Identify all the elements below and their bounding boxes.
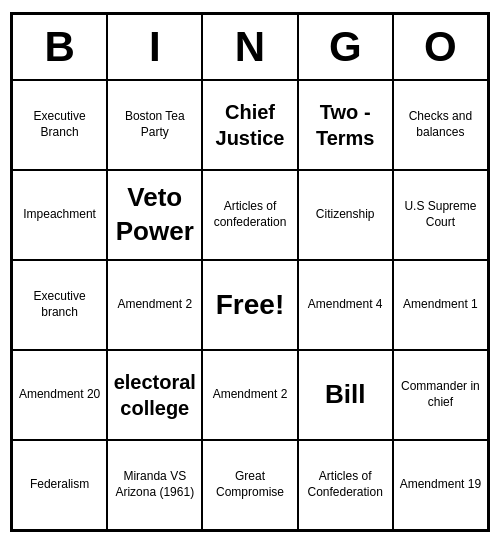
bingo-cell-21[interactable]: Miranda VS Arizona (1961) (107, 440, 202, 530)
cell-text-24: Amendment 19 (400, 477, 481, 493)
cell-text-21: Miranda VS Arizona (1961) (112, 469, 197, 500)
cell-text-17: Amendment 2 (213, 387, 288, 403)
cell-text-11: Amendment 2 (117, 297, 192, 313)
bingo-cell-17[interactable]: Amendment 2 (202, 350, 297, 440)
cell-text-18: Bill (325, 378, 365, 412)
bingo-cell-5[interactable]: Impeachment (12, 170, 107, 260)
bingo-cell-15[interactable]: Amendment 20 (12, 350, 107, 440)
bingo-cell-3[interactable]: Two - Terms (298, 80, 393, 170)
bingo-header: BINGO (12, 14, 488, 80)
bingo-cell-10[interactable]: Executive branch (12, 260, 107, 350)
bingo-cell-24[interactable]: Amendment 19 (393, 440, 488, 530)
cell-text-3: Two - Terms (303, 99, 388, 151)
header-letter-i: I (107, 14, 202, 80)
bingo-cell-0[interactable]: Executive Branch (12, 80, 107, 170)
cell-text-5: Impeachment (23, 207, 96, 223)
bingo-cell-9[interactable]: U.S Supreme Court (393, 170, 488, 260)
cell-text-4: Checks and balances (398, 109, 483, 140)
bingo-cell-2[interactable]: Chief Justice (202, 80, 297, 170)
bingo-cell-18[interactable]: Bill (298, 350, 393, 440)
header-letter-g: G (298, 14, 393, 80)
cell-text-15: Amendment 20 (19, 387, 100, 403)
bingo-cell-1[interactable]: Boston Tea Party (107, 80, 202, 170)
cell-text-6: Veto Power (112, 181, 197, 249)
cell-text-9: U.S Supreme Court (398, 199, 483, 230)
cell-text-13: Amendment 4 (308, 297, 383, 313)
header-letter-o: O (393, 14, 488, 80)
bingo-cell-7[interactable]: Articles of confederation (202, 170, 297, 260)
header-letter-n: N (202, 14, 297, 80)
cell-text-12: Free! (216, 287, 284, 323)
bingo-cell-20[interactable]: Federalism (12, 440, 107, 530)
cell-text-19: Commander in chief (398, 379, 483, 410)
bingo-cell-22[interactable]: Great Compromise (202, 440, 297, 530)
bingo-cell-23[interactable]: Articles of Confederation (298, 440, 393, 530)
cell-text-2: Chief Justice (207, 99, 292, 151)
bingo-cell-4[interactable]: Checks and balances (393, 80, 488, 170)
bingo-cell-13[interactable]: Amendment 4 (298, 260, 393, 350)
bingo-cell-8[interactable]: Citizenship (298, 170, 393, 260)
bingo-cell-6[interactable]: Veto Power (107, 170, 202, 260)
header-letter-b: B (12, 14, 107, 80)
bingo-card: BINGO Executive BranchBoston Tea PartyCh… (10, 12, 490, 532)
cell-text-23: Articles of Confederation (303, 469, 388, 500)
cell-text-22: Great Compromise (207, 469, 292, 500)
bingo-cell-14[interactable]: Amendment 1 (393, 260, 488, 350)
bingo-grid: Executive BranchBoston Tea PartyChief Ju… (12, 80, 488, 530)
cell-text-8: Citizenship (316, 207, 375, 223)
bingo-cell-12[interactable]: Free! (202, 260, 297, 350)
bingo-cell-19[interactable]: Commander in chief (393, 350, 488, 440)
bingo-cell-11[interactable]: Amendment 2 (107, 260, 202, 350)
cell-text-14: Amendment 1 (403, 297, 478, 313)
cell-text-20: Federalism (30, 477, 89, 493)
cell-text-7: Articles of confederation (207, 199, 292, 230)
cell-text-10: Executive branch (17, 289, 102, 320)
bingo-cell-16[interactable]: electoral college (107, 350, 202, 440)
cell-text-16: electoral college (112, 369, 197, 421)
cell-text-1: Boston Tea Party (112, 109, 197, 140)
cell-text-0: Executive Branch (17, 109, 102, 140)
